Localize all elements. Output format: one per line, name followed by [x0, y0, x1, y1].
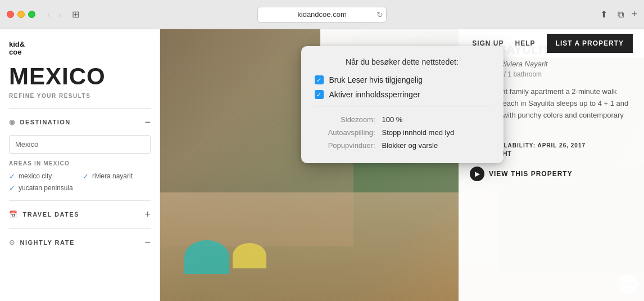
area-check-mexico-city: ✓ — [9, 172, 15, 181]
area-item-yucatan[interactable]: ✓ yucatan peninsula — [9, 184, 77, 192]
area-label-riviera-nayarit: riviera nayarit — [92, 172, 133, 180]
main-content: SIGN UP HELP LIST A PROPERTY kid& coe TH… — [160, 29, 644, 301]
nightly-rate-filter-title: ⊙ NIGHTLY RATE — [9, 239, 75, 246]
rate-icon: ⊙ — [9, 239, 16, 246]
nav-help[interactable]: HELP — [515, 39, 536, 47]
view-property-button[interactable]: ▶ VIEW THIS PROPERTY — [470, 167, 633, 181]
sidebar-toggle-button[interactable]: ⊞ — [69, 8, 83, 21]
new-tab-button[interactable]: + — [631, 8, 637, 20]
chair-teal-decor — [184, 240, 229, 274]
destination-filter-title: ◉ DESTINATION — [9, 118, 71, 126]
popup-divider — [315, 106, 490, 106]
popup-title: Når du besøker dette nettstedet: — [315, 57, 490, 66]
reader-mode-checkbox[interactable]: ✓ — [315, 75, 324, 84]
url-input[interactable] — [257, 7, 387, 23]
nightly-rate-collapse-icon[interactable]: − — [144, 237, 151, 249]
website: kid& coe MEXICO REFINE YOUR RESULTS ◉ DE… — [0, 29, 644, 301]
list-property-button[interactable]: LIST A PROPERTY — [547, 34, 633, 53]
back-button[interactable]: ‹ — [44, 8, 53, 21]
chair-yellow-decor — [233, 243, 266, 268]
reload-button[interactable]: ↻ — [377, 10, 383, 19]
reader-mode-label: Bruk Leser hvis tilgjengelig — [329, 75, 423, 84]
popup-key: Popupvinduer: — [315, 141, 382, 150]
area-check-riviera-nayarit: ✓ — [83, 172, 89, 181]
travel-dates-expand-icon[interactable]: + — [144, 209, 151, 221]
content-blockers-checkbox[interactable]: ✓ — [315, 90, 324, 99]
calendar-icon: 📅 — [9, 210, 19, 218]
view-btn-label: VIEW THIS PROPERTY — [489, 170, 573, 178]
area-label-mexico-city: mexico city — [19, 172, 52, 180]
share-button[interactable]: ⬆ — [597, 8, 610, 21]
content-blockers-row[interactable]: ✓ Aktiver innholdssperringer — [315, 90, 490, 99]
traffic-lights — [7, 11, 35, 18]
travel-dates-filter-header[interactable]: 📅 TRAVEL DATES + — [9, 209, 151, 221]
nav-buttons: ‹ › — [44, 8, 64, 21]
duplicate-tab-button[interactable]: ⧉ — [615, 8, 627, 21]
minimize-button[interactable] — [17, 11, 25, 18]
browser-chrome: ‹ › ⊞ ↻ ⬆ ⧉ + — [0, 0, 644, 29]
close-button[interactable] — [7, 11, 14, 18]
nightly-rate-filter: ⊙ NIGHTLY RATE − — [9, 228, 151, 257]
areas-grid: ✓ mexico city ✓ riviera nayarit ✓ yucata… — [9, 172, 151, 192]
zoom-value: 100 % — [382, 115, 403, 124]
area-label-yucatan: yucatan peninsula — [19, 184, 73, 192]
autoplay-key: Autoavspilling: — [315, 128, 382, 137]
areas-label: AREAS IN MEXICO — [9, 160, 151, 167]
destination-filter-header[interactable]: ◉ DESTINATION − — [9, 116, 151, 128]
page-title: MEXICO — [9, 65, 151, 88]
content-blockers-label: Aktiver innholdssperringer — [329, 90, 420, 99]
autoplay-value: Stopp innhold med lyd — [382, 128, 455, 137]
travel-dates-filter-title: 📅 TRAVEL DATES — [9, 210, 79, 218]
travel-dates-filter: 📅 TRAVEL DATES + — [9, 200, 151, 228]
browser-actions: ⬆ ⧉ + — [597, 8, 637, 21]
forward-button[interactable]: › — [55, 8, 64, 21]
destination-icon: ◉ — [9, 118, 16, 126]
reader-mode-row[interactable]: ✓ Bruk Leser hvis tilgjengelig — [315, 75, 490, 84]
site-logo: kid& coe — [9, 41, 25, 57]
area-item-mexico-city[interactable]: ✓ mexico city — [9, 172, 77, 181]
area-check-yucatan: ✓ — [9, 184, 15, 192]
autoplay-setting-row: Autoavspilling: Stopp innhold med lyd — [315, 126, 490, 139]
safari-settings-popup: Når du besøker dette nettstedet: ✓ Bruk … — [301, 46, 504, 163]
maximize-button[interactable] — [28, 11, 35, 18]
popup-setting-value: Blokker og varsle — [382, 141, 438, 150]
refine-label: REFINE YOUR RESULTS — [9, 93, 151, 99]
popup-setting-row: Popupvinduer: Blokker og varsle — [315, 139, 490, 152]
area-item-riviera-nayarit[interactable]: ✓ riviera nayarit — [83, 172, 151, 181]
nightly-rate-filter-header[interactable]: ⊙ NIGHTLY RATE − — [9, 237, 151, 249]
view-btn-circle-icon: ▶ — [470, 167, 484, 181]
zoom-setting-row: Sidezoom: 100 % — [315, 113, 490, 126]
destination-input[interactable] — [9, 135, 151, 154]
sidebar: kid& coe MEXICO REFINE YOUR RESULTS ◉ DE… — [0, 29, 160, 301]
zoom-key: Sidezoom: — [315, 115, 382, 124]
destination-collapse-icon[interactable]: − — [144, 116, 151, 128]
destination-filter: ◉ DESTINATION − AREAS IN MEXICO ✓ mexico… — [9, 108, 151, 200]
address-bar: ↻ — [257, 7, 387, 23]
